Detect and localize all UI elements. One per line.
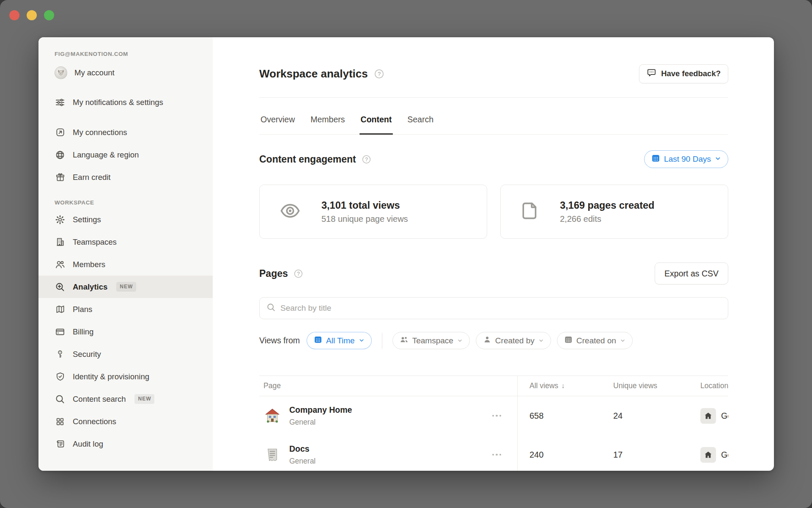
sidebar-item-label: Plans	[73, 304, 92, 314]
gear-icon	[55, 214, 66, 225]
sidebar-item-language-region[interactable]: Language & region	[38, 144, 213, 166]
sidebar-item-my-notifications-settings[interactable]: My notifications & settings	[38, 84, 213, 121]
sidebar-item-label: My notifications & settings	[73, 97, 163, 107]
new-badge: NEW	[116, 282, 136, 292]
teamspace-home-icon	[700, 447, 716, 463]
sidebar-item-settings[interactable]: Settings	[38, 208, 213, 231]
edits-sub: 2,266 edits	[560, 214, 654, 224]
row-more-actions-button[interactable]	[491, 451, 502, 458]
house-emoji-icon	[263, 407, 281, 425]
sidebar-item-label: Analytics	[73, 282, 107, 292]
created-on-filter-dropdown[interactable]: Created on	[557, 332, 633, 349]
workspace-section-heading: WORKSPACE	[55, 199, 205, 206]
table-row[interactable]: Docs General 240 17 General	[259, 435, 728, 471]
all-views-value: 240	[529, 450, 543, 459]
gift-icon	[55, 172, 66, 183]
tab-content[interactable]: Content	[359, 98, 393, 134]
dog-face-icon	[57, 69, 65, 77]
sidebar-item-label: Teamspaces	[73, 237, 117, 247]
pages-heading: Pages	[259, 268, 288, 279]
svg-text:?: ?	[297, 271, 300, 276]
help-icon[interactable]: ?	[294, 269, 303, 279]
minimize-window-button[interactable]	[27, 10, 37, 20]
sidebar-item-identity-provisioning[interactable]: Identity & provisioning	[38, 365, 213, 388]
table-row[interactable]: Company Home General 658 24 General	[259, 396, 728, 435]
sidebar-item-label: Content search	[73, 394, 126, 404]
sidebar-item-content-search[interactable]: Content search NEW	[38, 388, 213, 410]
created-by-filter-dropdown[interactable]: Created by	[476, 332, 551, 349]
export-csv-button[interactable]: Export as CSV	[655, 262, 728, 284]
user-avatar	[55, 66, 67, 79]
feedback-bubble-icon	[647, 68, 656, 80]
sidebar-item-my-account[interactable]: My account	[38, 61, 213, 84]
chevron-down-icon	[457, 336, 463, 345]
document-emoji-icon	[263, 446, 281, 464]
content-engagement-heading: Content engagement	[259, 154, 356, 165]
sidebar-item-label: Members	[73, 260, 105, 269]
sidebar-item-my-connections[interactable]: My connections	[38, 121, 213, 144]
views-from-time-dropdown[interactable]: All Time	[307, 332, 372, 349]
tab-overview[interactable]: Overview	[259, 98, 296, 134]
column-header-all-views[interactable]: All views↓	[529, 381, 565, 390]
sidebar-item-members[interactable]: Members	[38, 253, 213, 276]
sidebar-item-audit-log[interactable]: Audit log	[38, 433, 213, 455]
row-more-actions-button[interactable]	[491, 412, 502, 420]
grid-icon	[55, 416, 66, 427]
sidebar-item-label: Connections	[73, 417, 116, 426]
date-range-dropdown[interactable]: Last 90 Days	[644, 150, 728, 168]
sidebar-item-earn-credit[interactable]: Earn credit	[38, 166, 213, 188]
scroll-icon	[55, 439, 66, 450]
calendar-icon	[564, 335, 573, 346]
page-subtitle: General	[289, 457, 315, 466]
close-window-button[interactable]	[9, 10, 19, 20]
feedback-button-label: Have feedback?	[661, 69, 721, 78]
sidebar-item-plans[interactable]: Plans	[38, 298, 213, 320]
sidebar-item-label: My connections	[73, 127, 127, 137]
sidebar-item-teamspaces[interactable]: Teamspaces	[38, 231, 213, 253]
settings-sidebar: FIG@MAKENOTION.COM My account My notific…	[38, 37, 213, 471]
teamspace-filter-dropdown[interactable]: Teamspace	[392, 332, 470, 349]
help-icon[interactable]: ?	[362, 155, 371, 164]
column-header-unique-views[interactable]: Unique views	[613, 381, 657, 390]
page-search-field[interactable]	[259, 297, 728, 319]
filter-divider	[382, 333, 382, 349]
arrow-up-right-box-icon	[55, 127, 66, 138]
teamspace-filter-label: Teamspace	[412, 336, 453, 345]
sidebar-item-label: Settings	[73, 215, 101, 224]
created-by-filter-label: Created by	[495, 336, 535, 345]
analytics-main-panel: Workspace analytics ? Have feedback? Ove…	[213, 37, 774, 471]
globe-icon	[55, 149, 66, 160]
column-header-page[interactable]: Page	[263, 381, 281, 390]
date-range-label: Last 90 Days	[664, 155, 711, 164]
table-header-row: Page All views↓ Unique views Location	[259, 375, 728, 396]
have-feedback-button[interactable]: Have feedback?	[639, 64, 728, 83]
tab-search[interactable]: Search	[406, 98, 435, 134]
total-views-value: 3,101 total views	[321, 200, 408, 211]
credit-card-icon	[55, 326, 66, 337]
unique-views-sub: 518 unique page views	[321, 214, 408, 224]
sidebar-item-billing[interactable]: Billing	[38, 320, 213, 343]
page-title-cell[interactable]: Company Home	[289, 405, 352, 415]
eye-icon	[279, 200, 301, 224]
unique-views-value: 24	[613, 411, 623, 420]
sidebar-item-analytics[interactable]: Analytics NEW	[38, 276, 213, 298]
time-filter-label: All Time	[326, 336, 355, 345]
zoom-window-button[interactable]	[44, 10, 54, 20]
sidebar-item-label: Audit log	[73, 439, 103, 449]
page-title: Workspace analytics	[259, 67, 368, 80]
analytics-zoom-icon	[55, 282, 66, 293]
sidebar-item-security[interactable]: Security	[38, 343, 213, 365]
page-subtitle: General	[289, 418, 352, 427]
tab-members[interactable]: Members	[309, 98, 346, 134]
help-icon[interactable]: ?	[374, 69, 384, 79]
unique-views-value: 17	[613, 450, 623, 459]
sidebar-item-label: My account	[74, 68, 115, 77]
chevron-down-icon	[715, 155, 721, 164]
sidebar-item-connections[interactable]: Connections	[38, 410, 213, 433]
search-input[interactable]	[280, 304, 721, 313]
page-title-cell[interactable]: Docs	[289, 444, 315, 454]
people-icon	[400, 335, 409, 346]
new-badge: NEW	[134, 394, 154, 404]
column-header-location[interactable]: Location	[700, 381, 728, 390]
pages-created-card: 3,169 pages created 2,266 edits	[500, 185, 728, 239]
